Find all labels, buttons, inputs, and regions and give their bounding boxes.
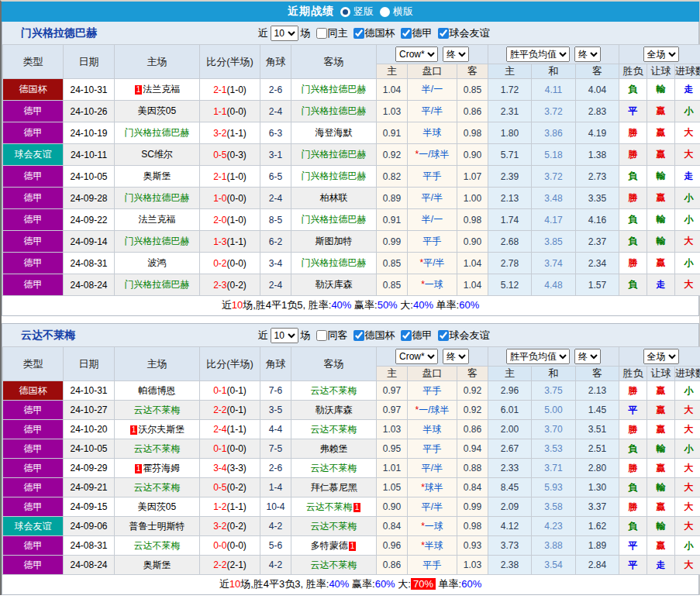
match-row: 德甲24-08-24奥斯堡2-2(2-1)4-2云达不莱梅0.86平手1.032… — [3, 556, 700, 575]
score: 2-1(1-0) — [200, 166, 260, 188]
europe-odds-select[interactable]: 胜平负均值 — [506, 349, 570, 364]
radio-unselected-icon[interactable] — [380, 7, 390, 17]
summary-part: 近 — [222, 299, 232, 311]
away-team: 海登海默 — [291, 122, 377, 144]
away-team: 弗赖堡 — [291, 439, 377, 459]
asian-home-odds: 1.03 — [377, 101, 408, 122]
asian-handicap-line: 平手 — [408, 231, 457, 253]
euro-draw-odds: 3.54 — [532, 556, 576, 575]
odds-company-select[interactable]: Crow* — [395, 46, 438, 62]
match-row: 球会友谊24-10-11SC维尔0-5(0-3)3-1门兴格拉德巴赫0.92*一… — [3, 144, 700, 166]
asian-away-odds: 0.92 — [457, 401, 488, 420]
summary-part: 70% — [411, 578, 436, 590]
competition-checkbox-german-cup[interactable]: 德国杯 — [350, 329, 395, 343]
summary-part: 60% — [375, 578, 395, 590]
score: 3-2(0-2) — [200, 517, 260, 536]
layout-radio-vertical[interactable]: 竖版 — [340, 5, 374, 19]
result-goals: 大 — [675, 497, 700, 517]
euro-draw-odds: 3.48 — [532, 188, 576, 209]
summary-part: 60% — [461, 578, 481, 590]
odds-company-select[interactable]: Crow* — [395, 349, 438, 364]
summary-part: 60% — [459, 299, 479, 311]
euro-draw-odds: 3.72 — [532, 166, 576, 188]
match-type: 德甲 — [3, 253, 64, 274]
team-label: 海登海默 — [316, 127, 353, 138]
halftime-score: (2-1) — [227, 559, 247, 570]
competition-checkbox-friendly[interactable]: 球会友谊 — [435, 329, 490, 343]
result-handicap: 走 — [647, 274, 675, 296]
final-europe-select[interactable]: 终 — [574, 46, 601, 62]
score: 1-3(1-1) — [200, 231, 260, 253]
match-row: 德甲24-08-31波鸿0-2(0-0)3-4门兴格拉德巴赫0.85*平/半1.… — [3, 253, 700, 274]
match-count-select[interactable]: 10 — [271, 26, 298, 41]
same-venue-checkbox[interactable]: 同主 — [313, 26, 348, 40]
match-date: 24-10-05 — [64, 439, 115, 459]
home-team: 门兴格拉德巴赫 — [115, 188, 200, 209]
match-date: 24-09-21 — [64, 478, 115, 497]
page-title: 近期战绩 — [288, 5, 334, 19]
fulltime-score: 0-5 — [213, 482, 226, 493]
asian-home-odds: 0.97 — [377, 381, 408, 401]
home-team: 美因茨05 — [115, 497, 200, 517]
fulltime-score: 0-1 — [213, 443, 226, 454]
asian-home-odds: 1.01 — [377, 459, 408, 478]
euro-away-odds: 2.37 — [576, 231, 619, 253]
match-count-select[interactable]: 10 — [271, 328, 298, 343]
result-outcome: 勝 — [619, 188, 647, 209]
result-handicap: 輸 — [647, 439, 675, 459]
asian-home-odds: 0.99 — [377, 231, 408, 253]
match-type: 德甲 — [3, 536, 64, 556]
competition-checkbox-german-cup[interactable]: 德国杯 — [350, 26, 395, 40]
result-goals: 大 — [675, 556, 700, 575]
asian-away-odds: 0.90 — [457, 231, 488, 253]
asian-handicap-line: *一球 — [408, 517, 457, 536]
radio-selected-icon[interactable] — [340, 7, 350, 17]
home-team: 云达不莱梅 — [115, 401, 200, 420]
fulltime-score: 0-0 — [213, 540, 226, 551]
euro-draw-odds: 3.85 — [532, 231, 576, 253]
match-date: 24-09-29 — [64, 459, 115, 478]
halftime-score: (1-0) — [227, 215, 247, 225]
team-label: 门兴格拉德巴赫 — [125, 236, 190, 246]
handicap-text: 平手 — [423, 236, 442, 246]
period-select[interactable]: 全场 — [643, 349, 679, 364]
euro-home-odds: 2.13 — [488, 188, 532, 209]
result-goals: 大 — [675, 274, 700, 296]
corner-count: 4-4 — [269, 424, 282, 435]
europe-odds-select[interactable]: 胜平负均值 — [506, 46, 570, 62]
same-venue-checkbox[interactable]: 同客 — [313, 329, 348, 343]
asian-away-odds: 0.98 — [457, 122, 488, 144]
asian-home-odds: 0.97 — [377, 401, 408, 420]
filter-bar: 近 10 场 同主 德国杯 德甲 球会友谊 — [258, 26, 490, 41]
handicap-text: 半/一 — [422, 84, 443, 95]
competition-checkbox-bundesliga[interactable]: 德甲 — [398, 26, 433, 40]
result-outcome: 勝 — [619, 122, 647, 144]
corner-count: 10-4 — [266, 501, 284, 512]
result-handicap: 贏 — [647, 536, 675, 556]
match-row: 德国杯24-10-31帕德博恩0-1(0-1)7-6云达不莱梅0.97平手0.9… — [3, 381, 700, 401]
result-goals: 小 — [675, 536, 700, 556]
match-date: 24-10-05 — [64, 166, 115, 188]
final-asian-select[interactable]: 终 — [443, 349, 469, 364]
competition-checkbox-friendly[interactable]: 球会友谊 — [435, 26, 490, 40]
asian-handicap-line: 平手 — [408, 381, 457, 401]
col-home: 主场 — [115, 347, 200, 381]
final-asian-select[interactable]: 终 — [443, 46, 469, 62]
euro-home-odds: 2.39 — [488, 166, 532, 188]
corner-count: 7-6 — [269, 385, 282, 396]
match-row: 德甲24-09-15美因茨051-2(1-1)10-4云达不莱梅10.90平/半… — [3, 497, 700, 517]
col-date: 日期 — [64, 45, 115, 79]
result-handicap: 贏 — [647, 253, 675, 274]
col-score: 比分(半场) — [200, 45, 260, 79]
period-select[interactable]: 全场 — [643, 46, 679, 62]
euro-away-odds: 3.35 — [576, 188, 619, 209]
competition-checkbox-bundesliga[interactable]: 德甲 — [398, 329, 433, 343]
layout-radio-horizontal[interactable]: 横版 — [380, 5, 413, 19]
col-handicap-result: 让球 — [647, 367, 675, 381]
match-type: 德国杯 — [3, 79, 64, 101]
match-date: 24-10-31 — [64, 381, 115, 401]
asian-away-odds: 1.07 — [457, 166, 488, 188]
result-goals: 小 — [675, 439, 700, 459]
final-europe-select[interactable]: 终 — [574, 349, 601, 364]
corners: 3-4 — [260, 253, 291, 274]
